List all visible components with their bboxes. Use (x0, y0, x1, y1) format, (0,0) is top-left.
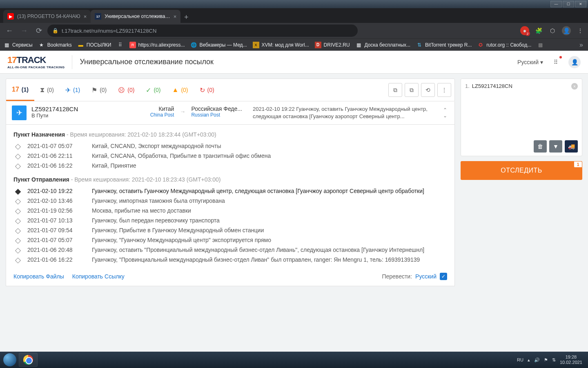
bookmark-item[interactable]: ✪rutor.org :: Свобод... (477, 42, 531, 48)
apps-menu-button[interactable]: ⠿ (550, 57, 561, 67)
tracking-input-box[interactable]: 1. LZ592174128CN × 🗑 ▼ 🚚 (461, 79, 582, 156)
new-tab-button[interactable]: + (180, 11, 192, 23)
dest-country: Российская Феде... (191, 105, 242, 112)
package-summary[interactable]: ✈ LZ592174128CN В Пути Китай China Post … (6, 101, 455, 125)
bookmark-item[interactable]: XXVM: мод для Worl... (253, 42, 309, 48)
site-logo[interactable]: 17TRACK ALL-IN-ONE PACKAGE TRACKING (7, 55, 65, 69)
tray-flag-icon[interactable]: ⚑ (544, 357, 548, 363)
window-minimize-button[interactable]: — (550, 1, 562, 7)
bookmark-services[interactable]: ▦Сервисы (3, 42, 33, 48)
event-row: 2021-02-10 13:46Гуанчжоу, импортная тамо… (16, 196, 447, 206)
filter-tab-all[interactable]: 17 (1) (6, 79, 34, 101)
chrome-menu-button[interactable]: ⋮ (576, 26, 585, 35)
event-description: Гуанчжоу, оставить Гуанчжоу Международны… (92, 188, 447, 194)
filter-button[interactable]: ▼ (549, 140, 562, 153)
close-icon[interactable]: × (84, 13, 87, 20)
page-title: Универсальное отслеживание посылок (80, 58, 214, 66)
input-tracking-number: LZ592174128CN (472, 83, 512, 89)
event-timestamp: 2021-01-07 05:07 (27, 143, 85, 149)
filter-tab-transit[interactable]: ✈ (1) (60, 79, 86, 101)
bookmark-item[interactable]: DDRIVE2.RU (315, 42, 350, 48)
bookmark-item[interactable]: ⠿ (117, 42, 124, 48)
close-icon[interactable]: × (174, 13, 177, 20)
timeline-dot (15, 258, 21, 263)
timeline-dot (15, 248, 21, 254)
star-icon: ★ (38, 42, 45, 48)
filter-tab-delivered[interactable]: ✓ (0) (140, 79, 166, 101)
back-button[interactable]: ← (3, 25, 16, 37)
translate-language[interactable]: Русский (415, 273, 437, 280)
more-button[interactable]: ⋮ (437, 83, 451, 97)
bookmark-item[interactable]: ▬ПОСЫЛКИ (78, 42, 111, 48)
event-row: 2021-01-06 16:22Гуанчжоу, "Провинциальны… (16, 255, 447, 265)
details-footer: Копировать Файлы Копировать Ссылку Перев… (13, 268, 447, 280)
bookmark-item[interactable]: ★Bookmarks (38, 42, 72, 48)
17track-icon: 17 (95, 13, 101, 20)
filter-tab-expired[interactable]: ↻ (0) (194, 79, 220, 101)
favicon: ▩ (537, 42, 543, 48)
browser-tab-strip: ▶ (13) PROGETTO 54-КАЧАЮ × 17 Универсаль… (0, 8, 588, 23)
collapse-button[interactable]: ⌃⌄ (441, 107, 449, 119)
system-tray: RU ▴ 🔊 ⚑ ⇅ 19:28 10.02.2021 (517, 355, 586, 365)
extension-icon[interactable]: ●2 (520, 26, 529, 35)
filter-tab-failed[interactable]: ☹ (0) (112, 79, 140, 101)
event-timestamp: 2021-02-10 19:22 (27, 188, 85, 194)
bookmarks-overflow-button[interactable]: » (579, 41, 585, 49)
tray-network-icon[interactable]: ⇅ (552, 357, 556, 363)
browser-tab-17track[interactable]: 17 Универсальное отслеживание × (91, 10, 180, 23)
window-titlebar: — ☐ ✕ (0, 0, 588, 8)
start-button[interactable] (2, 352, 18, 368)
window-close-button[interactable]: ✕ (575, 1, 586, 7)
extensions-icon[interactable]: 🧩 (534, 26, 543, 35)
bookmark-item[interactable]: 🌐Вебкамеры — Мед... (191, 42, 247, 48)
event-row: 2021-01-07 09:54Гуанчжоу, Прибытие в Гуа… (16, 225, 447, 235)
filter-tab-alert[interactable]: ▲ (0) (167, 79, 194, 101)
timeline-dot (15, 164, 21, 169)
browser-tab-youtube[interactable]: ▶ (13) PROGETTO 54-КАЧАЮ × (3, 10, 91, 23)
copy-button[interactable]: ⧉ (388, 83, 402, 97)
origin-events: 2021-02-10 19:22Гуанчжоу, оставить Гуанч… (16, 186, 447, 265)
carrier-button[interactable]: 🚚 (565, 140, 578, 153)
tray-sound-icon[interactable]: 🔊 (534, 357, 540, 363)
track-button[interactable]: ОТСЛЕДИТЬ 1 (461, 161, 582, 180)
event-row: 2021-01-06 22:11Китай, CNCANA, Обработка… (16, 151, 447, 161)
bookmark-item[interactable]: ⇅BitTorrent трекер R... (416, 42, 472, 48)
bookmark-item[interactable]: ▩ (537, 42, 543, 48)
language-selector[interactable]: Русский ▾ (517, 59, 543, 65)
window-maximize-button[interactable]: ☐ (563, 1, 574, 7)
filter-tab-pending[interactable]: ⧗ (0) (34, 79, 60, 101)
trash-icon: 🗑 (537, 143, 543, 150)
bookmarks-bar: ▦Сервисы ★Bookmarks ▬ПОСЫЛКИ ⠿ Яhttps://… (0, 38, 588, 51)
tab-title: (13) PROGETTO 54-КАЧАЮ (17, 13, 80, 19)
check-icon: ✓ (146, 86, 151, 94)
filter-tab-flagged[interactable]: ⚑ (0) (86, 79, 112, 101)
notification-dot (559, 56, 562, 58)
bookmark-item[interactable]: Яhttps://ru.aliexpress... (129, 42, 185, 48)
arrow-icon: → (180, 108, 185, 115)
bookmark-item[interactable]: ▦Доска бесплатных... (356, 42, 411, 48)
copy-link-link[interactable]: Копировать Ссылку (72, 273, 125, 280)
taskbar-chrome[interactable] (19, 353, 38, 367)
origin-carrier[interactable]: China Post (150, 112, 174, 118)
refresh-button[interactable]: ⟲ (421, 83, 435, 97)
translate-checkbox[interactable]: ✓ (440, 273, 447, 280)
copy-all-button[interactable]: ⧉ (405, 83, 419, 97)
dots-icon: ⋮ (441, 87, 447, 93)
tray-up-icon[interactable]: ▴ (528, 357, 530, 363)
timeline-dot (15, 238, 21, 244)
event-timestamp: 2021-01-06 16:22 (27, 162, 85, 169)
tray-clock[interactable]: 19:28 10.02.2021 (560, 355, 582, 365)
extension-icon-2[interactable]: ⬡ (548, 26, 557, 35)
forward-button[interactable]: → (18, 25, 30, 37)
copy-files-link[interactable]: Копировать Файлы (13, 273, 64, 280)
profile-avatar[interactable]: 👤 (562, 26, 571, 35)
tray-language[interactable]: RU (517, 357, 523, 362)
reload-button[interactable]: ⟳ (33, 25, 45, 37)
dest-carrier[interactable]: Russian Post (191, 112, 242, 118)
folder-icon: ▬ (78, 42, 84, 48)
clear-input-button[interactable]: × (571, 83, 578, 90)
address-bar[interactable]: 🔒 t.17track.net/ru#nums=LZ592174128CN (47, 25, 358, 37)
apps-icon: ▦ (3, 42, 10, 48)
user-menu-button[interactable]: 👤 (568, 56, 581, 68)
delete-button[interactable]: 🗑 (534, 140, 547, 153)
